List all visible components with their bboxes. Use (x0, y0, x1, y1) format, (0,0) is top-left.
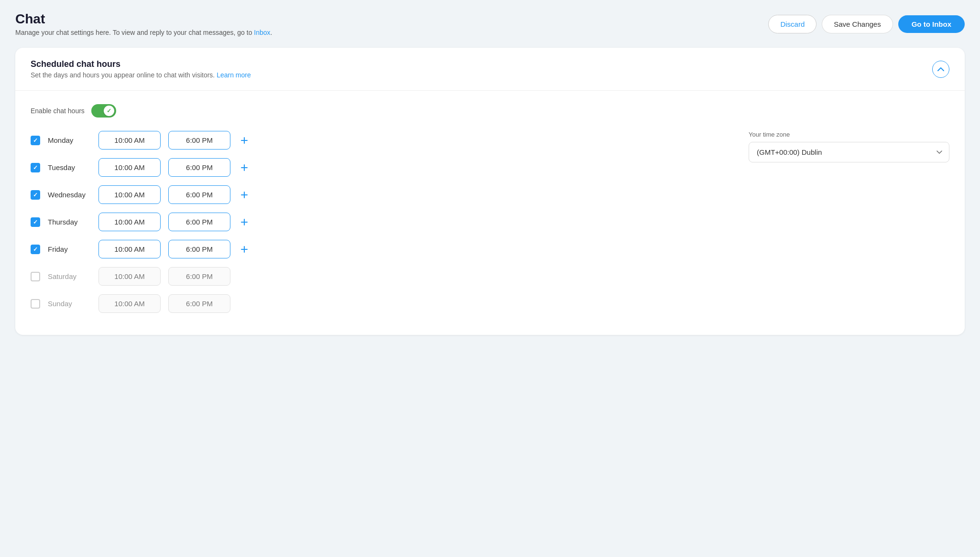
day-checkbox-friday[interactable] (31, 245, 40, 254)
enable-label: Enable chat hours (31, 107, 85, 115)
add-time-slot-monday[interactable] (238, 134, 250, 147)
page-wrapper: Chat Manage your chat settings here. To … (0, 0, 980, 557)
day-checkbox-sunday[interactable] (31, 299, 40, 309)
header-left: Chat Manage your chat settings here. To … (15, 11, 272, 36)
plus-icon (240, 218, 249, 226)
days-section: MondayTuesdayWednesdayThursdayFridaySatu… (31, 131, 949, 321)
start-time-monday[interactable] (98, 131, 161, 150)
day-name-saturday: Saturday (48, 272, 91, 280)
add-time-slot-wednesday[interactable] (238, 189, 250, 201)
collapse-button[interactable] (932, 61, 949, 78)
inbox-link[interactable]: Inbox (254, 29, 270, 36)
add-time-slot-tuesday[interactable] (238, 161, 250, 174)
enable-row: Enable chat hours (31, 104, 949, 118)
start-time-friday[interactable] (98, 240, 161, 258)
timezone-select[interactable]: (GMT+00:00) Dublin (749, 142, 949, 162)
day-row: Tuesday (31, 158, 726, 177)
page-subtitle: Manage your chat settings here. To view … (15, 29, 272, 36)
plus-icon (240, 163, 249, 172)
day-checkbox-saturday[interactable] (31, 272, 40, 281)
end-time-thursday[interactable] (168, 213, 230, 231)
plus-icon (240, 136, 249, 145)
day-checkbox-tuesday[interactable] (31, 163, 40, 172)
learn-more-link[interactable]: Learn more (217, 71, 251, 79)
day-name-friday: Friday (48, 245, 91, 253)
start-time-saturday (98, 267, 161, 286)
settings-card: Scheduled chat hours Set the days and ho… (15, 48, 965, 335)
end-time-sunday (168, 294, 230, 313)
go-to-inbox-button[interactable]: Go to Inbox (898, 15, 965, 33)
start-time-wednesday[interactable] (98, 185, 161, 204)
day-row: Saturday (31, 267, 726, 286)
save-changes-button[interactable]: Save Changes (822, 15, 892, 33)
section-description: Set the days and hours you appear online… (31, 71, 251, 79)
add-time-slot-friday[interactable] (238, 243, 250, 256)
day-checkbox-thursday[interactable] (31, 217, 40, 227)
page-header: Chat Manage your chat settings here. To … (15, 11, 965, 36)
day-row: Wednesday (31, 185, 726, 204)
day-checkbox-wednesday[interactable] (31, 190, 40, 200)
end-time-wednesday[interactable] (168, 185, 230, 204)
day-row: Monday (31, 131, 726, 150)
timezone-label: Your time zone (749, 131, 949, 138)
end-time-friday[interactable] (168, 240, 230, 258)
card-body: Enable chat hours MondayTuesdayWednesday… (15, 91, 965, 335)
day-name-tuesday: Tuesday (48, 163, 91, 171)
add-time-slot-thursday[interactable] (238, 216, 250, 228)
page-title: Chat (15, 11, 272, 27)
header-actions: Discard Save Changes Go to Inbox (768, 15, 965, 33)
section-title: Scheduled chat hours (31, 59, 251, 69)
start-time-thursday[interactable] (98, 213, 161, 231)
card-header-content: Scheduled chat hours Set the days and ho… (31, 59, 251, 79)
day-name-sunday: Sunday (48, 300, 91, 308)
days-list: MondayTuesdayWednesdayThursdayFridaySatu… (31, 131, 726, 321)
discard-button[interactable]: Discard (768, 15, 817, 33)
start-time-sunday (98, 294, 161, 313)
day-row: Friday (31, 240, 726, 258)
card-header: Scheduled chat hours Set the days and ho… (15, 48, 965, 91)
end-time-monday[interactable] (168, 131, 230, 150)
day-name-monday: Monday (48, 136, 91, 144)
start-time-tuesday[interactable] (98, 158, 161, 177)
day-row: Thursday (31, 213, 726, 231)
day-row: Sunday (31, 294, 726, 313)
end-time-tuesday[interactable] (168, 158, 230, 177)
enable-toggle[interactable] (91, 104, 116, 118)
plus-icon (240, 191, 249, 199)
day-name-wednesday: Wednesday (48, 191, 91, 199)
timezone-section: Your time zone (GMT+00:00) Dublin (749, 131, 949, 321)
day-checkbox-monday[interactable] (31, 136, 40, 145)
chevron-up-icon (937, 67, 944, 72)
plus-icon (240, 245, 249, 254)
day-name-thursday: Thursday (48, 218, 91, 226)
end-time-saturday (168, 267, 230, 286)
